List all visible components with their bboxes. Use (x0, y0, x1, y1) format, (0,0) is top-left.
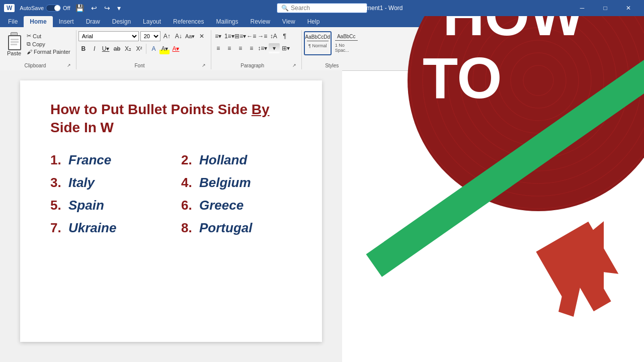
doc-heading: How to Put Bullet Points Side By Side In… (50, 101, 292, 137)
line-spacing-button[interactable]: ↕≡▾ (258, 43, 268, 53)
font-shrink-button[interactable]: A↓ (174, 31, 184, 41)
search-icon: 🔍 (281, 5, 289, 12)
numbered-list-button[interactable]: 1≡▾ (224, 31, 234, 41)
list-text-5: Spain (68, 198, 104, 213)
decrease-indent-button[interactable]: ←≡ (247, 31, 257, 41)
clear-format-button[interactable]: ✕ (197, 31, 207, 41)
tab-help[interactable]: Help (301, 16, 326, 27)
styles-group-label: Styles (304, 62, 360, 68)
list-num-6: 6. (181, 198, 199, 213)
tab-mailings[interactable]: Mailings (210, 16, 244, 27)
paste-button[interactable]: Paste (4, 31, 24, 57)
tab-file[interactable]: File (2, 16, 24, 27)
style-normal[interactable]: AaBbCcDd ¶ Normal (304, 31, 332, 55)
bold-button[interactable]: B (78, 43, 89, 54)
ribbon: Paste ✂ Cut ⧉ Copy 🖌 Format Painter (0, 27, 644, 71)
autosave-pill[interactable] (46, 5, 61, 12)
list-text-8: Portugal (199, 220, 252, 236)
maximize-button[interactable]: □ (594, 0, 617, 16)
font-group: Arial 20 A↑ A↓ Aa▾ ✕ B I U▾ ab X₂ X² (76, 30, 211, 69)
list-num-8: 8. (181, 220, 199, 236)
redo-icon[interactable]: ↪ (102, 3, 112, 13)
tab-design[interactable]: Design (106, 16, 137, 27)
lists-container: 1. France 3. Italy 5. Spain 7. Ukraine (50, 152, 292, 243)
clipboard-group: Paste ✂ Cut ⧉ Copy 🖌 Format Painter (2, 30, 76, 69)
align-center-button[interactable]: ≡ (224, 43, 234, 53)
title-bar: W AutoSave Off 💾 ↩ ↪ ▾ 🔍 Document1 - Wor… (0, 0, 644, 16)
shading-button[interactable]: ▾ (269, 43, 280, 53)
tab-references[interactable]: References (167, 16, 210, 27)
text-effects-button[interactable]: A (148, 43, 158, 54)
subscript-button[interactable]: X₂ (123, 43, 133, 54)
style-no-spacing[interactable]: AaBbCc 1 No Spac... (333, 31, 360, 55)
strikethrough-button[interactable]: ab (112, 43, 122, 54)
clipboard-group-label: Clipboard (4, 62, 66, 68)
customize-icon[interactable]: ▾ (115, 3, 123, 13)
tab-layout[interactable]: Layout (137, 16, 167, 27)
save-icon[interactable]: 💾 (73, 3, 86, 13)
tab-home[interactable]: Home (24, 16, 52, 27)
underline-by: By (252, 102, 270, 117)
format-painter-icon: 🖌 (27, 49, 32, 55)
list-item: 3. Italy (50, 175, 161, 191)
sort-button[interactable]: ↕A (269, 31, 279, 41)
word-logo-icon: W (4, 4, 15, 12)
autosave-state: Off (63, 5, 70, 11)
clipboard-expand-icon[interactable]: ↗ (66, 62, 72, 68)
border-button[interactable]: ⊞▾ (281, 43, 291, 53)
align-right-button[interactable]: ≡ (235, 43, 246, 53)
list-text-6: Greece (199, 198, 244, 213)
style-no-spacing-preview: AaBbCc (337, 34, 356, 39)
style-normal-preview: AaBbCcDd (305, 34, 330, 40)
font-expand-icon[interactable]: ↗ (201, 62, 206, 68)
tab-view[interactable]: View (276, 16, 301, 27)
tab-draw[interactable]: Draw (80, 16, 106, 27)
list-num-2: 2. (181, 152, 199, 168)
tab-review[interactable]: Review (245, 16, 276, 27)
font-color-button[interactable]: A▾ (171, 43, 181, 54)
format-divider (146, 44, 146, 54)
list-num-3: 3. (50, 175, 68, 191)
justify-button[interactable]: ≡ (247, 43, 257, 53)
format-painter-button[interactable]: 🖌 Format Painter (25, 48, 72, 55)
bullet-list-button[interactable]: ≡▾ (213, 31, 223, 41)
list-text-3: Italy (68, 175, 95, 191)
multilevel-list-button[interactable]: ⊞≡▾ (235, 31, 246, 41)
show-hide-button[interactable]: ¶ (280, 31, 290, 41)
list-text-7: Ukraine (68, 220, 116, 236)
highlight-button[interactable]: A▾ (159, 43, 170, 54)
paste-label: Paste (7, 50, 21, 56)
para-expand-icon[interactable]: ↗ (292, 62, 297, 68)
cut-button[interactable]: ✂ Cut (25, 32, 72, 40)
doc-area: How to Put Bullet Points Side By Side In… (0, 70, 342, 362)
change-case-button[interactable]: Aa▾ (185, 31, 195, 41)
doc-window-title: Document1 - Word (352, 0, 403, 16)
copy-button[interactable]: ⧉ Copy (25, 40, 72, 48)
autosave-label: AutoSave (20, 5, 44, 11)
window-controls: ─ □ ✕ (571, 0, 640, 16)
align-left-button[interactable]: ≡ (213, 43, 223, 53)
increase-indent-button[interactable]: →≡ (258, 31, 268, 41)
font-name-select[interactable]: Arial (78, 31, 139, 41)
font-name-row: Arial 20 A↑ A↓ Aa▾ ✕ (78, 31, 207, 41)
tab-insert[interactable]: Insert (53, 16, 80, 27)
title-bar-left: W AutoSave Off 💾 ↩ ↪ ▾ (4, 3, 123, 13)
list-item: 2. Holland (181, 152, 292, 168)
doc-page: How to Put Bullet Points Side By Side In… (20, 80, 322, 342)
close-button[interactable]: ✕ (617, 0, 640, 16)
minimize-button[interactable]: ─ (571, 0, 594, 16)
list-text-1: France (68, 152, 111, 168)
ribbon-tabs: File Home Insert Draw Design Layout Refe… (0, 16, 644, 27)
superscript-button[interactable]: X² (134, 43, 144, 54)
list-right: 2. Holland 4. Belgium 6. Greece 8. Portu… (181, 152, 292, 243)
font-size-select[interactable]: 20 (140, 31, 160, 41)
undo-icon[interactable]: ↩ (89, 3, 99, 13)
autosave-knob (54, 5, 60, 11)
italic-button[interactable]: I (90, 43, 100, 54)
list-item: 7. Ukraine (50, 220, 161, 236)
style-normal-label: ¶ Normal (308, 43, 327, 48)
underline-button[interactable]: U▾ (101, 43, 111, 54)
font-grow-button[interactable]: A↑ (162, 31, 172, 41)
red-arrow-svg (513, 216, 634, 347)
list-item: 8. Portugal (181, 220, 292, 236)
